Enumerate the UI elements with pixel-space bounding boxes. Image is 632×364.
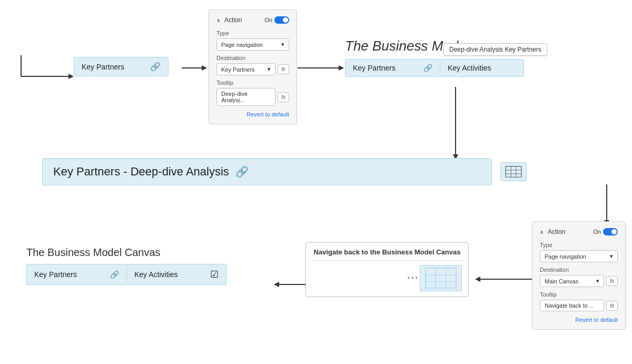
arrow-panel-to-bmc <box>298 63 345 73</box>
svg-rect-18 <box>426 268 456 288</box>
grid-icon-container <box>500 162 527 181</box>
type-value-bottom: Page navigation <box>545 253 586 260</box>
svg-marker-17 <box>475 277 480 282</box>
destination-row-bottom: Main Canvas ▾ fx <box>540 275 618 287</box>
bmc-top-row: Key Partners 🔗 Key Activities <box>345 59 524 77</box>
key-partners-label-top: Key Partners <box>82 63 124 71</box>
deepdive-badge-text: Deep-dive Analysis Key Partners <box>443 43 547 56</box>
bmc-key-activities-top[interactable]: Key Activities <box>440 59 524 77</box>
link-icon-bottom-kp: 🔗 <box>110 270 119 279</box>
deepdive-title-text: Key Partners - Deep-dive Analysis <box>53 165 229 179</box>
preview-dots: • • • <box>408 274 418 282</box>
action-label-top: Action <box>224 16 242 24</box>
destination-value-top: Key Partners <box>221 66 255 73</box>
arrow-panel-left <box>474 274 532 284</box>
action-panel-header-top: ∧ Action On <box>216 16 289 24</box>
bmc-key-partners-label-top: Key Partners <box>353 64 396 72</box>
grid-icon-box[interactable] <box>500 162 527 181</box>
arrow-kp-to-panel <box>182 63 208 73</box>
destination-row-top: Key Partners ▾ fx <box>216 63 289 75</box>
type-input-bottom[interactable]: Page navigation ▾ <box>540 250 618 262</box>
fx-btn-tooltip-bottom[interactable]: fx <box>606 301 618 311</box>
tooltip-value-bottom: Navigate back to ... <box>545 302 594 309</box>
revert-link-bottom[interactable]: Revert to default <box>540 317 618 323</box>
revert-link-top[interactable]: Revert to default <box>216 111 289 117</box>
destination-label-bottom: Destination <box>540 267 618 273</box>
tooltip-row-bottom: Navigate back to ... fx <box>540 300 618 311</box>
svg-marker-6 <box>339 65 344 71</box>
toggle-on-label-top: On <box>264 17 272 23</box>
toggle-track-top[interactable] <box>274 16 289 24</box>
chevron-down-destination-top: ▾ <box>268 66 271 73</box>
bottom-bmc-row: Key Partners 🔗 Key Activities ☑ <box>26 264 226 285</box>
chevron-down-icon-bottom: ▾ <box>610 253 613 260</box>
type-label-bottom: Type <box>540 242 618 248</box>
top-action-panel: ∧ Action On Type Page navigation ▾ Desti… <box>209 9 297 124</box>
bottom-key-activities-label: Key Activities <box>134 270 177 279</box>
link-icon-top: 🔗 <box>150 62 161 72</box>
toggle-track-bottom[interactable] <box>603 228 618 235</box>
svg-rect-9 <box>506 166 521 177</box>
tooltip-input-top[interactable]: Deep-dive Analysi... <box>216 88 275 106</box>
tooltip-field-label-bottom: Tooltip <box>540 291 618 298</box>
navigate-back-label: Navigate back to the Business Model Canv… <box>312 248 462 261</box>
svg-marker-24 <box>274 282 279 287</box>
bmc-top-area: The Business Mod <box>345 38 458 54</box>
tooltip-field-label-top: Tooltip <box>216 80 289 86</box>
bottom-key-partners[interactable]: Key Partners 🔗 <box>26 264 126 285</box>
link-icon-deepdive: 🔗 <box>235 165 249 178</box>
key-partners-button-top[interactable]: Key Partners 🔗 <box>74 57 169 76</box>
toggle-on-label-bottom: On <box>593 229 601 235</box>
preview-grid-svg <box>425 268 457 289</box>
destination-value-bottom: Main Canvas <box>545 278 578 284</box>
top-left-arrow <box>16 53 79 79</box>
tooltip-row-top: Deep-dive Analysi... fx <box>216 88 289 106</box>
check-icon-bottom-ka: ☑ <box>210 269 219 280</box>
arrow-navigate-left <box>273 279 305 290</box>
bottom-bmc-title: The Business Model Canvas <box>26 247 226 259</box>
type-row-top: Page navigation ▾ <box>216 38 289 51</box>
bottom-bmc-section: The Business Model Canvas Key Partners 🔗… <box>26 247 226 285</box>
type-label-top: Type <box>216 30 289 36</box>
chevron-up-icon-bottom: ∧ <box>540 229 544 235</box>
grid-icon-svg <box>505 166 522 178</box>
fx-btn-destination-top[interactable]: fx <box>278 64 289 74</box>
arrow-bmc-down <box>450 87 461 161</box>
svg-marker-4 <box>202 65 207 71</box>
arrow-grid-down <box>601 184 612 227</box>
type-input-top[interactable]: Page navigation ▾ <box>216 38 289 51</box>
bmc-heading-text: The Business Mod <box>345 38 458 54</box>
action-panel-header-bottom: ∧ Action On <box>540 228 618 235</box>
chevron-down-destination-bottom: ▾ <box>596 278 599 284</box>
navigate-preview: • • • <box>312 265 462 291</box>
action-label-bottom: Action <box>548 228 565 235</box>
destination-input-bottom[interactable]: Main Canvas ▾ <box>540 275 604 287</box>
deepdive-card-container: Key Partners - Deep-dive Analysis 🔗 <box>42 158 492 185</box>
bottom-action-panel: ∧ Action On Type Page navigation ▾ Desti… <box>532 221 626 330</box>
preview-grid-icon <box>420 265 462 291</box>
deepdive-section: Key Partners - Deep-dive Analysis 🔗 <box>42 158 527 185</box>
bottom-key-activities[interactable]: Key Activities ☑ <box>126 264 226 285</box>
navigate-card[interactable]: Navigate back to the Business Model Canv… <box>305 242 469 297</box>
destination-input-top[interactable]: Key Partners ▾ <box>216 63 275 75</box>
bottom-key-partners-label: Key Partners <box>34 270 77 279</box>
toggle-knob-bottom <box>611 229 617 234</box>
destination-label-top: Destination <box>216 55 289 61</box>
bmc-key-activities-label-top: Key Activities <box>448 64 491 72</box>
fx-btn-destination-bottom[interactable]: fx <box>606 276 618 286</box>
chevron-down-icon-top: ▾ <box>281 41 284 48</box>
tooltip-input-bottom[interactable]: Navigate back to ... <box>540 300 604 311</box>
bmc-key-partners-top[interactable]: Key Partners 🔗 <box>345 59 440 77</box>
deepdive-tooltip-badge: Deep-dive Analysis Key Partners <box>443 43 547 56</box>
deepdive-card[interactable]: Key Partners - Deep-dive Analysis 🔗 <box>42 158 492 185</box>
svg-marker-2 <box>68 74 74 79</box>
type-value-top: Page navigation <box>221 42 263 48</box>
toggle-bottom[interactable]: On <box>593 228 618 235</box>
toggle-knob-top <box>283 17 288 23</box>
fx-btn-tooltip-top[interactable]: fx <box>278 92 289 102</box>
toggle-top[interactable]: On <box>264 16 289 24</box>
type-row-bottom: Page navigation ▾ <box>540 250 618 262</box>
tooltip-value-top: Deep-dive Analysi... <box>221 91 271 103</box>
chevron-up-icon-top: ∧ <box>216 17 220 23</box>
link-icon-bmc-top: 🔗 <box>423 64 432 72</box>
